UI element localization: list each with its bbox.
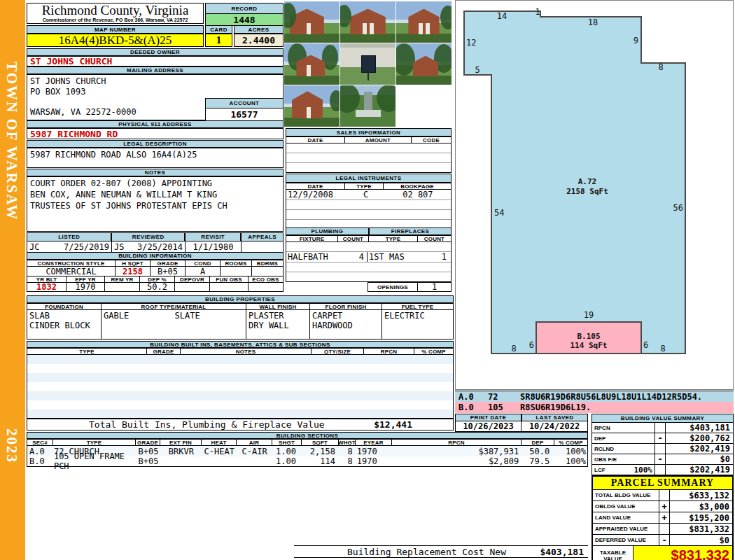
mailing-address-label: MAILING ADDRESS (27, 66, 284, 74)
built-ins-headers: TYPE GRADE NOTES QTY/SIZE RPCN % COMP (27, 348, 454, 355)
sketch-vector-a: A.0 72 SR8U6R19D6R8U56L8U9L18U1L14D12R5D… (455, 391, 734, 402)
sidebar-strip: TOWN OF WARSAW 2023 (0, 0, 25, 560)
map-number-value: 16A4(4)BKD-5&(A)25 (27, 34, 204, 47)
vs-dep-name: DEP (592, 433, 655, 443)
notes-line-2: BEN COX, ANNE NEUMAN & WILLIAM T KING (27, 188, 283, 200)
built-ins-total-value: $12,441 (374, 419, 412, 430)
print-saved-box: PRINT DATE LAST SAVED 10/26/2023 10/24/2… (455, 414, 588, 432)
listed-header: LISTED (27, 232, 111, 241)
sidebar-year-label: 2023 (3, 428, 20, 463)
acres-value: 2.4400 (234, 34, 284, 47)
instrument-row: 12/9/2008 C 02 807 (286, 190, 451, 200)
grade-value: B+05 (150, 267, 186, 276)
bs-rpcn-header: RPCN (392, 439, 522, 446)
rooms-header: ROOMS (220, 260, 252, 267)
listed-by: JC (29, 242, 39, 252)
bs-a-eyear: 1970 (356, 447, 392, 456)
record-label: RECORD (205, 3, 284, 14)
last-saved-label: LAST SAVED (522, 414, 588, 421)
instrument-empty-row (286, 210, 451, 220)
property-record-card: TOWN OF WARSAW 2023 Richmond County, Vir… (0, 0, 735, 560)
ps-deferred-name: DEFERRED VALUE (593, 535, 659, 545)
property-photo-1[interactable] (284, 1, 340, 43)
property-photo-4[interactable] (284, 43, 340, 85)
building-value-summary-label: BUILDING VALUE SUMMARY (592, 414, 733, 423)
funobs-header: FUN OBS (210, 276, 248, 283)
dim-8-bottom-right: 8 (660, 344, 665, 354)
effyr-value: 1970 (66, 283, 105, 291)
vs-lcf-name: LCF (594, 467, 606, 473)
review-table: LISTED REVIEWED REVISIT APPEALS JC 7/25/… (27, 232, 284, 253)
ps-obldg-op: + (659, 501, 670, 512)
vector-a-sec: A.0 (455, 392, 488, 402)
depovr-header: DEPOVR (175, 276, 210, 283)
vs-rpcn-value: $403,181 (666, 423, 733, 433)
roof-material-value: SLATE (129, 311, 246, 321)
ps-totalbldg-op (659, 490, 670, 500)
vs-row-dep: DEP - $200,762 (592, 433, 733, 443)
bs-a-shgt: 1.00 (272, 447, 302, 456)
parcel-summary: PARCEL SUMMARY TOTAL BLDG VALUE $633,132… (592, 475, 734, 560)
wall-finish-values: PLASTER DRY WALL (246, 310, 310, 339)
sales-empty-row (286, 144, 451, 153)
vs-lcf-op (655, 465, 666, 475)
vs-lcf-pct: 100% (634, 465, 653, 475)
bs-a-air: C-AIR (237, 447, 272, 456)
fixture-count: 4 (339, 252, 368, 262)
property-photo-7[interactable] (284, 85, 340, 127)
dim-5: 5 (475, 65, 479, 75)
county-title: Richmond County, Virginia (27, 4, 203, 18)
property-photo-8[interactable] (340, 85, 396, 127)
vs-lcf-name-cell: LCF 100% (592, 465, 655, 475)
cond-header: COND (186, 260, 220, 267)
revisit-header: REVISIT (185, 232, 241, 241)
ps-appraised-name: APPRAISED VALUE (593, 524, 659, 534)
notes-line-1: COURT ORDER 02-807 (2008) APPOINTING (27, 177, 283, 188)
vector-b-code: 105 (488, 402, 520, 412)
roof-header: ROOF TYPE/MATERIAL (102, 303, 246, 310)
ps-appraised-value: $831,332 (670, 524, 732, 534)
remyr-value (105, 283, 140, 291)
listed-date: 7/25/2019 (64, 242, 109, 252)
wall-finish-header: WALL FINISH (246, 303, 310, 310)
property-photo-2[interactable] (340, 1, 396, 43)
ps-deferred-value: $0 (670, 535, 732, 545)
plumbing-label: PLUMBING (286, 227, 369, 235)
section-b-sqft: 114 SqFt (570, 341, 608, 350)
vector-a-code: 72 (488, 392, 520, 402)
replacement-cost-label: Building Replacement Cost New (347, 547, 506, 557)
sales-information-label: SALES INFORMATION (286, 128, 451, 136)
builtins-notes-header: NOTES (181, 348, 312, 355)
ps-totalbldg-value: $633,132 (670, 490, 732, 500)
bs-b-comp: 100% (554, 456, 587, 466)
fixture-header: FIXTURE (286, 235, 338, 242)
ps-row-deferred: DEFERRED VALUE - $0 (593, 534, 732, 545)
dim-54: 54 (494, 208, 504, 218)
acres-label: ACRES (234, 25, 284, 34)
record-box: RECORD 1448 (205, 3, 284, 24)
foundation-line-2: CINDER BLOCK (29, 321, 101, 330)
funobs-value (210, 283, 248, 291)
physical-address-value: 5987 RICHMOND RD (27, 128, 284, 139)
sales-code-header: CODE (412, 136, 451, 144)
property-photo-5[interactable] (340, 43, 396, 85)
building-sections-headers: SEC# TYPE GRADE EXT FIN HEAT AIR SHGT SQ… (27, 439, 588, 446)
property-photo-3[interactable] (396, 1, 451, 43)
dim-12: 12 (466, 38, 476, 48)
bs-dep-header: DEP (522, 439, 554, 446)
legal-instruments: LEGAL INSTRUMENTS DATE TYPE BOOKPAGE 12/… (286, 174, 451, 230)
bs-a-grade: B+05 (136, 447, 161, 456)
construction-style-header: CONSTRUCTION STYLE (27, 260, 115, 267)
deeded-owner-label: DEEDED OWNER (27, 48, 284, 56)
vs-dep-op: - (655, 433, 666, 443)
bs-b-type: 105 OPEN FRAME PCH (54, 451, 136, 471)
plumbing-count-header: COUNT (338, 235, 369, 242)
vector-b-path: R8SU6R19D6L19. (520, 402, 591, 412)
bs-air-header: AIR (237, 439, 272, 446)
dim-8-upper: 8 (658, 62, 663, 72)
vector-a-path: SR8U6R19D6R8U56L8U9L18U1L14D12R5D54. (520, 392, 702, 402)
property-photo-6[interactable] (396, 43, 451, 85)
notes-block: COURT ORDER 02-807 (2008) APPOINTING BEN… (27, 176, 284, 232)
dep-header: DEP % (140, 276, 175, 283)
plumbing-empty-row (286, 262, 451, 272)
